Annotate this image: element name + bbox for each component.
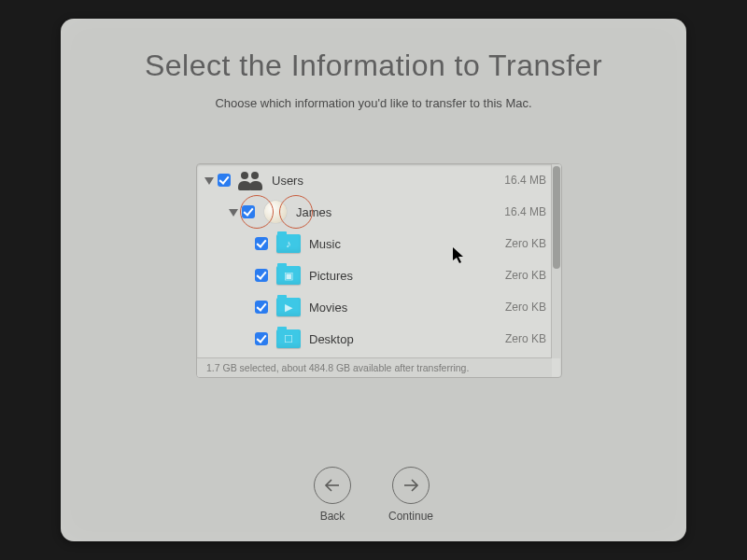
page-subtitle: Choose which information you'd like to t…	[61, 96, 686, 110]
tree-row-movies[interactable]: ▶ Movies Zero KB	[197, 291, 552, 323]
users-icon	[238, 169, 264, 191]
back-button[interactable]: Back	[314, 467, 351, 523]
svg-marker-1	[229, 209, 238, 217]
row-size: Zero KB	[481, 237, 552, 250]
back-label: Back	[320, 510, 345, 523]
row-label: Desktop	[309, 332, 481, 346]
tree-row-pictures[interactable]: ▣ Pictures Zero KB	[197, 259, 552, 291]
checkbox-movies[interactable]	[255, 301, 268, 314]
status-text: 1.7 GB selected, about 484.8 GB availabl…	[197, 357, 552, 377]
scrollbar-thumb[interactable]	[553, 166, 560, 269]
row-label: Movies	[309, 301, 481, 315]
page-title: Select the Information to Transfer	[61, 49, 686, 83]
continue-button[interactable]: Continue	[388, 467, 433, 523]
scrollbar[interactable]	[551, 164, 561, 358]
pictures-folder-icon: ▣	[275, 264, 302, 287]
row-label: Music	[309, 237, 481, 251]
row-size: 16.4 MB	[481, 174, 552, 187]
nav-bar: Back Continue	[61, 467, 686, 523]
back-arrow-icon	[314, 467, 351, 504]
music-folder-icon: ♪	[275, 232, 302, 255]
tree-row-users[interactable]: Users 16.4 MB	[197, 164, 552, 196]
continue-arrow-icon	[392, 467, 430, 504]
desktop-folder-icon: ☐	[275, 328, 302, 350]
checkbox-desktop[interactable]	[255, 332, 268, 345]
row-size: Zero KB	[481, 269, 552, 282]
checkbox-music[interactable]	[255, 237, 268, 250]
movies-folder-icon: ▶	[275, 296, 302, 318]
disclosure-triangle-icon[interactable]	[204, 175, 214, 185]
row-size: 16.4 MB	[481, 205, 552, 218]
row-label: Pictures	[309, 269, 481, 283]
checkbox-pictures[interactable]	[255, 269, 268, 282]
row-label: Users	[272, 174, 481, 188]
checkbox-users[interactable]	[218, 174, 231, 187]
baseball-avatar-icon	[262, 201, 289, 223]
tree-row-james[interactable]: James 16.4 MB	[197, 196, 552, 228]
tree-row-desktop[interactable]: ☐ Desktop Zero KB	[197, 323, 552, 355]
migration-assistant-panel: Select the Information to Transfer Choos…	[61, 19, 686, 541]
svg-marker-0	[204, 177, 214, 185]
scroll-area[interactable]: Users 16.4 MB James 16.4 MB ♪	[197, 164, 552, 358]
transfer-list: Users 16.4 MB James 16.4 MB ♪	[196, 163, 562, 378]
disclosure-triangle-icon[interactable]	[229, 207, 238, 217]
row-size: Zero KB	[481, 301, 552, 314]
continue-label: Continue	[388, 510, 433, 523]
tree-row-music[interactable]: ♪ Music Zero KB	[197, 228, 552, 259]
row-label: James	[296, 205, 481, 219]
row-size: Zero KB	[481, 332, 552, 345]
